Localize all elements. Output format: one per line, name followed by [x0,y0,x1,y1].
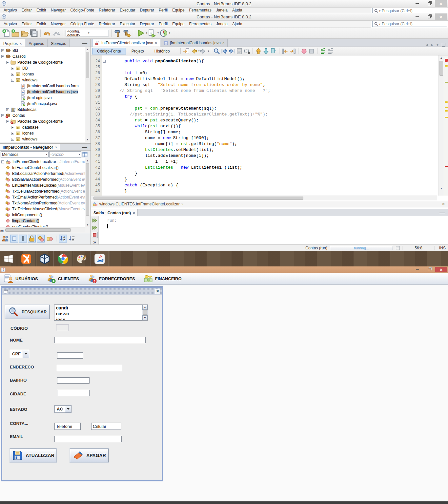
navigator-member[interactable]: IntFrameClienteLocalizar() [0,165,85,171]
nome-field[interactable] [54,337,146,343]
rerun-with-options-icon[interactable] [92,225,98,231]
email-field[interactable] [54,436,122,442]
menu-depurar[interactable]: Depurar [138,8,156,13]
navigator-member[interactable]: TxtNomeActionPerformed(ActionEvent evt) [0,200,85,206]
editor-hscrollbar[interactable] [91,196,437,200]
view-source-button[interactable]: Código-Fonte [92,48,126,54]
navigator-scope-select[interactable]: Membros▾ [1,151,49,158]
pesquisar-button[interactable]: PESQUISAR [5,305,50,319]
error-stripe-mark[interactable] [445,117,448,118]
telefone-field[interactable] [54,423,81,430]
tree-item[interactable]: −Cassoti [0,53,85,59]
tree-item[interactable]: −windows [0,77,85,83]
projects-scrollbar[interactable]: ▲ ▼ [85,47,90,142]
cpf-select[interactable]: CPF [10,350,29,358]
forward-icon[interactable] [200,48,207,55]
app-menu-fornecedores[interactable]: FORNECEDORES [86,273,136,284]
minimize-button[interactable] [412,267,423,272]
apagar-button[interactable]: APAGAR [70,449,109,462]
quick-search[interactable]: ▾ [372,21,447,27]
code-editor[interactable]: 2425262728293031323334353637383940414243… [91,55,448,196]
editor-vscrollbar[interactable]: ▲ ▼ [438,55,444,196]
app-menu-financeiro[interactable]: FINANCEIRO [142,273,183,284]
menu-editar[interactable]: Editar [19,8,34,13]
code-text[interactable]: public void popComboClientes(){ int i =0… [107,55,438,196]
close-internal-frame-button[interactable]: ✕ [155,289,160,294]
config-select[interactable]: <config. default>▾ [66,30,109,36]
navigator-member[interactable]: limparContato() [0,218,85,224]
toggle-icon[interactable]: − [6,120,9,123]
internal-frame-titlebar[interactable]: ✕ [2,288,162,295]
sort-by-source-icon[interactable] [68,235,76,242]
navigator-member[interactable]: popComboClientes() [0,224,85,227]
tree-item[interactable]: +Bibliotecas [0,107,85,113]
app-menu-usuarios[interactable]: USUÁRIOS [3,273,39,284]
restore-button[interactable] [423,13,435,20]
debug-project-button[interactable] [148,29,156,37]
undo-button[interactable] [43,29,51,37]
close-icon[interactable]: ✕ [442,202,446,206]
cidade-field[interactable] [57,390,90,396]
rerun-icon[interactable] [92,218,98,223]
tree-item[interactable]: −Pacotes de Códigos-fonte [0,118,85,124]
minimize-panel-button[interactable]: — [79,144,91,150]
process-list-icon[interactable] [396,246,400,250]
search-input[interactable] [381,8,445,13]
panel-tab-servicos[interactable]: Serviços [48,39,70,47]
members-view-icon[interactable] [82,152,88,158]
menu-arquivo[interactable]: Arquivo [1,21,19,27]
menu-perfil[interactable]: Perfil [156,8,170,13]
list-item[interactable]: candi [54,305,142,311]
toggle-icon[interactable]: − [1,114,4,117]
chevron-right-icon[interactable]: » [181,202,183,206]
menu-executar[interactable]: Executar [117,21,137,27]
code-fold-column[interactable]: − [102,55,107,196]
menu-ajuda[interactable]: Ajuda [230,8,245,13]
new-project-button[interactable] [11,29,20,37]
editor-tab[interactable]: jfrmInternalCadUsuarios.java× [161,39,228,47]
profile-project-button[interactable] [159,29,168,37]
menu-navegar[interactable]: Navegar [49,8,68,13]
navigator-member[interactable]: LstClientesMouseClicked(MouseEvent evt) [0,182,85,188]
next-bookmark-icon[interactable] [262,48,270,55]
estado-select[interactable]: AC [54,405,71,413]
clients-list[interactable]: candicasscjose ▲ ▼ [54,304,148,321]
menu-arquivo[interactable]: Arquivo [1,8,19,13]
error-stripe-mark[interactable] [445,59,448,62]
menu-equipe[interactable]: Equipe [170,21,187,27]
toggle-icon[interactable]: − [1,160,4,163]
error-stripe-mark[interactable] [445,110,448,112]
toggle-icon[interactable]: − [1,55,4,58]
error-stripe-mark[interactable] [445,65,448,67]
last-edit-icon[interactable] [183,48,190,55]
sort-alphabetically-icon[interactable]: AZ [59,235,67,242]
editor-tab[interactable]: IntFrameClienteLocalizar.java× [92,39,160,47]
navigator-member[interactable]: −IntFrameClienteLocalizar :: JInternalFr… [0,159,85,165]
navigator-member[interactable]: BtnSalvarActionPerformed(ActionEvent evt… [0,177,85,182]
restore-button[interactable] [423,0,435,7]
stop-macro-recording-icon[interactable] [308,48,315,55]
close-button[interactable]: × [435,267,447,272]
tree-item[interactable]: −Contas [0,113,85,118]
endereco-field[interactable] [57,365,122,371]
close-button[interactable]: × [435,13,447,20]
list-item[interactable]: cassc [54,311,142,317]
menu-depurar[interactable]: Depurar [138,21,156,27]
redo-button[interactable] [52,29,61,37]
close-icon[interactable]: × [133,211,135,215]
run-project-button[interactable] [136,29,145,37]
previous-bookmark-icon[interactable] [255,48,262,55]
atualizar-button[interactable]: ATUALIZZAR [10,449,56,462]
search-input[interactable] [381,21,445,27]
tree-item[interactable]: +icones [0,130,85,136]
minimize-panel-button[interactable]: — [436,210,448,216]
menu-janela[interactable]: Janela [214,8,230,13]
toggle-bookmark-icon[interactable] [270,48,277,55]
scroll-tabs-left-icon[interactable]: ◀ [426,43,428,47]
tree-item[interactable]: jfrmPrincipal.java [0,101,85,107]
navigator-member[interactable]: TxtTelefoneMouseClicked(MouseEvent evt) [0,206,85,212]
new-file-button[interactable] [2,29,10,37]
show-fields-icon[interactable] [10,235,18,242]
panel-tab-projetos[interactable]: Projetos× [0,39,25,47]
menu-refatorar[interactable]: Refatorar [96,8,117,13]
